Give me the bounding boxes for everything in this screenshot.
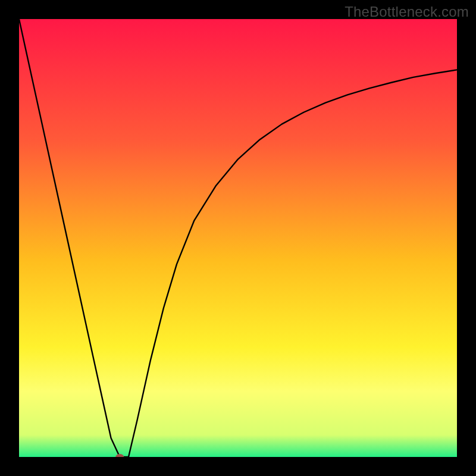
plot-svg [19, 19, 457, 457]
chart-frame: TheBottleneck.com [0, 0, 476, 476]
plot-area [19, 19, 457, 457]
gradient-background [19, 19, 457, 457]
watermark-text: TheBottleneck.com [345, 4, 469, 20]
